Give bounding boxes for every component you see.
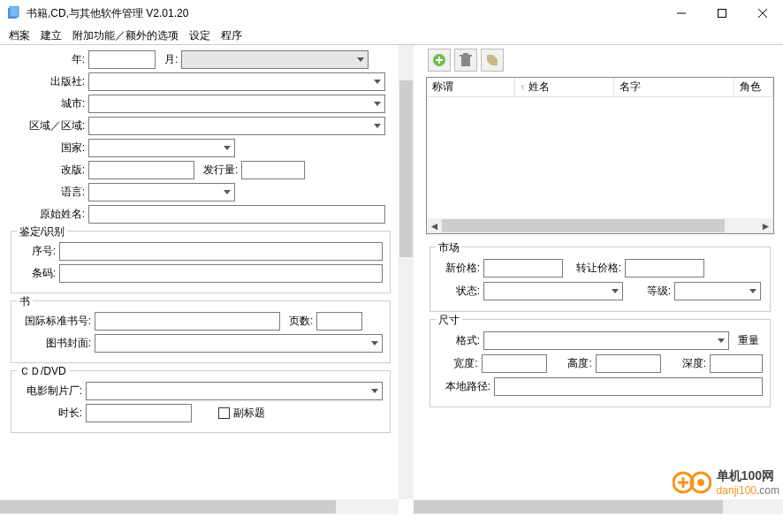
menu-addon[interactable]: 附加功能／额外的选项: [67, 27, 184, 45]
city-combo[interactable]: [88, 95, 385, 113]
edition-label: 改版:: [7, 163, 88, 178]
market-group: 市场 新价格: 转让价格: 状态: 等级:: [430, 247, 771, 312]
studio-combo[interactable]: [86, 382, 383, 400]
publisher-combo[interactable]: [88, 72, 385, 91]
col-surname[interactable]: ↑姓名: [515, 78, 614, 96]
grid-hscrollbar[interactable]: ◄►: [427, 218, 773, 233]
format-combo[interactable]: [483, 331, 729, 350]
depth-label: 深度:: [661, 356, 710, 371]
pages-label: 页数:: [280, 314, 316, 329]
menu-file[interactable]: 档案: [4, 27, 35, 45]
book-legend: 书: [17, 294, 33, 309]
region-combo[interactable]: [88, 117, 385, 135]
city-label: 城市:: [7, 96, 88, 111]
cd-group: ＣＤ/DVD 电影制片厂: 时长: 副标题: [11, 370, 391, 433]
year-label: 年:: [7, 52, 88, 67]
serial-label: 序号:: [19, 244, 59, 259]
market-legend: 市场: [436, 240, 462, 255]
cd-legend: ＣＤ/DVD: [17, 364, 69, 379]
grade-label: 等级:: [623, 284, 674, 299]
subtitle-checkbox[interactable]: 副标题: [218, 406, 265, 421]
width-input[interactable]: [482, 354, 547, 373]
maximize-button[interactable]: [702, 0, 742, 27]
originalname-label: 原始姓名:: [7, 207, 88, 222]
format-label: 格式:: [437, 333, 483, 348]
country-combo[interactable]: [88, 139, 235, 157]
tag-button[interactable]: [481, 49, 504, 72]
menubar: 档案 建立 附加功能／额外的选项 设定 程序: [0, 27, 783, 44]
ident-legend: 鉴定/识别: [17, 224, 67, 239]
height-label: 高度:: [547, 356, 596, 371]
svg-rect-9: [461, 57, 470, 66]
isbn-input[interactable]: [95, 312, 280, 331]
size-legend: 尺寸: [436, 313, 462, 328]
plus-circle-icon: [432, 53, 446, 67]
watermark-logo: 单机100网 danji100.com: [673, 468, 779, 497]
publisher-label: 出版社:: [7, 74, 88, 89]
barcode-label: 条码:: [19, 266, 59, 281]
app-icon: [7, 6, 21, 20]
status-combo[interactable]: [483, 282, 623, 300]
pages-input[interactable]: [316, 312, 362, 331]
edition-input[interactable]: [88, 161, 194, 179]
month-combo[interactable]: [181, 50, 369, 69]
serial-input[interactable]: [59, 242, 383, 261]
weight-label: 重量: [729, 333, 763, 348]
month-label: 月:: [156, 52, 181, 67]
svg-rect-3: [718, 10, 726, 18]
originalname-input[interactable]: [88, 205, 385, 224]
tag-icon: [485, 53, 499, 67]
col-salutation[interactable]: 称谓: [427, 78, 515, 96]
col-firstname[interactable]: 名字: [614, 78, 734, 96]
duration-input[interactable]: [86, 404, 192, 422]
cover-combo[interactable]: [95, 334, 383, 353]
localpath-input[interactable]: [494, 377, 763, 396]
transferprice-label: 转让价格:: [563, 261, 625, 276]
region-label: 区域／区域:: [7, 118, 88, 133]
studio-label: 电影制片厂:: [19, 384, 86, 399]
subtitle-label: 副标题: [233, 406, 265, 421]
circulation-label: 发行量:: [194, 163, 241, 178]
svg-rect-1: [10, 6, 19, 17]
toolbar: [424, 45, 783, 75]
close-button[interactable]: [742, 0, 783, 27]
transferprice-input[interactable]: [625, 259, 704, 277]
add-button[interactable]: [428, 49, 451, 72]
menu-program[interactable]: 程序: [216, 27, 247, 45]
window-controls: [661, 0, 783, 27]
minimize-button[interactable]: [661, 0, 702, 27]
isbn-label: 国际标准书号:: [19, 314, 95, 329]
window-title: 书籍,CD,与其他软件管理 V2.01.20: [27, 6, 661, 21]
col-role[interactable]: 角色: [734, 78, 773, 96]
right-panel: 称谓 ↑姓名 名字 角色 ◄► 市场 新价格: 转让价格: 状态:: [414, 44, 783, 514]
grid-header: 称谓 ↑姓名 名字 角色: [427, 78, 773, 97]
book-group: 书 国际标准书号: 页数: 图书封面:: [11, 300, 391, 363]
language-label: 语言:: [7, 185, 88, 200]
svg-rect-11: [463, 53, 468, 55]
left-vscrollbar[interactable]: [399, 45, 414, 499]
newprice-input[interactable]: [483, 259, 563, 277]
logo-text-1: 单机100网: [717, 468, 779, 484]
country-label: 国家:: [7, 141, 88, 156]
circulation-input[interactable]: [241, 161, 305, 179]
grade-combo[interactable]: [674, 282, 761, 300]
trash-icon: [460, 53, 472, 67]
cover-label: 图书封面:: [19, 336, 95, 351]
year-input[interactable]: [88, 50, 156, 69]
language-combo[interactable]: [88, 183, 235, 201]
height-input[interactable]: [596, 354, 661, 373]
logo-icon: [673, 470, 711, 495]
menu-settings[interactable]: 设定: [184, 27, 216, 45]
delete-button[interactable]: [454, 49, 477, 72]
svg-marker-12: [487, 55, 498, 65]
left-hscrollbar[interactable]: [0, 499, 399, 514]
person-grid[interactable]: 称谓 ↑姓名 名字 角色 ◄►: [426, 77, 774, 234]
ident-group: 鉴定/识别 序号: 条码:: [11, 231, 391, 293]
svg-point-17: [697, 479, 704, 486]
menu-create[interactable]: 建立: [35, 27, 67, 45]
svg-rect-10: [460, 55, 472, 57]
right-hscrollbar[interactable]: [414, 499, 783, 514]
barcode-input[interactable]: [59, 264, 383, 283]
depth-input[interactable]: [710, 354, 763, 373]
newprice-label: 新价格:: [437, 261, 483, 276]
